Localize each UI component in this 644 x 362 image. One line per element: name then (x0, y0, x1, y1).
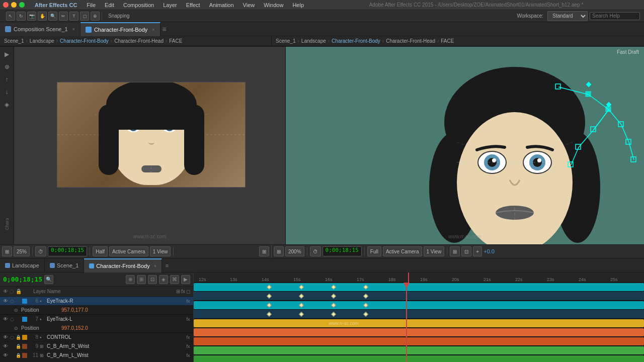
tl-search-btn[interactable]: 🔍 (44, 275, 53, 284)
kf-6-pos-1[interactable] (267, 294, 272, 299)
kf-6-pos-2[interactable] (299, 294, 304, 299)
layer-row-7[interactable]: 👁 ◌ 7 ▪ EyeTrack-L fx (0, 315, 193, 324)
panel-add-button[interactable]: ≡ (160, 25, 169, 33)
vc-left-view[interactable]: Active Camera (109, 246, 148, 256)
pen-tool[interactable]: ✏ (59, 12, 68, 21)
vc-left-fps[interactable]: ⏱ (35, 246, 46, 256)
layer-7-icon-fx[interactable]: fx (185, 316, 191, 322)
bc-right-4[interactable]: FACE (441, 38, 454, 44)
kf-7-pos-1[interactable] (267, 312, 272, 317)
text-tool[interactable]: T (69, 12, 78, 21)
layer-6-pos-stopwatch[interactable]: ⊙ (14, 308, 21, 313)
pan-tool[interactable]: ✋ (38, 12, 47, 21)
vc-left-icon[interactable]: ⊞ (2, 246, 12, 256)
layer-row-11[interactable]: 👁 🔒 11 ⊞ C_B_Arm_L_Wrist fx (0, 351, 193, 360)
layer-8-solo[interactable]: ◌ (9, 334, 15, 340)
playhead-scrub[interactable] (406, 273, 411, 283)
tl-btn-2[interactable]: ⊞ (137, 275, 146, 284)
panel-close-landscape[interactable]: × (72, 27, 75, 32)
puppet-tool[interactable]: ⊕ (91, 12, 100, 21)
vc-right-offset[interactable]: + (473, 246, 482, 256)
kf-6-pos-3[interactable] (331, 294, 336, 299)
shape-tool[interactable]: ◻ (80, 12, 89, 21)
kf-6-pos-4[interactable] (363, 294, 368, 299)
layer-8-lock[interactable]: 🔒 (15, 334, 21, 340)
tl-btn-3[interactable]: ⊡ (148, 275, 157, 284)
menu-help[interactable]: Help (291, 2, 305, 8)
kf-7-pos-3[interactable] (331, 312, 336, 317)
layer-row-6[interactable]: 👁 ◌ 6 ▪ EyeTrack-R fx (0, 297, 193, 306)
layer-6-pos-val[interactable]: 957.0,177.0 (61, 307, 88, 313)
tl-tab-active[interactable]: Character-Front-Body × (84, 258, 162, 273)
rotation-tool[interactable]: ↻ (17, 12, 26, 21)
vc-right-icon[interactable]: ⊞ (274, 246, 284, 256)
tl-timecode[interactable]: 0;00;18;15 (3, 276, 42, 283)
tl-btn-4[interactable]: ◈ (159, 275, 168, 284)
bc-right-3[interactable]: Character-Front-Head (386, 38, 435, 44)
layer-9-lock[interactable]: 🔒 (15, 343, 21, 349)
kf-7-pos-2[interactable] (299, 312, 304, 317)
bc-right-2[interactable]: Character-Front-Body (332, 38, 380, 44)
vc-left-zoom[interactable]: 25% (14, 246, 30, 256)
workspace-select[interactable]: Standard (547, 11, 588, 21)
layer-11-lock[interactable]: 🔒 (15, 352, 21, 358)
layer-9-solo[interactable] (9, 343, 15, 349)
zoom-tool[interactable]: 🔍 (48, 12, 57, 21)
layer-7-position-row[interactable]: ⊙ Position 997.0,152.0 (0, 324, 193, 333)
layer-7-pos-val[interactable]: 997.0,152.0 (61, 325, 88, 331)
tl-tab-add[interactable]: ≡ (162, 262, 172, 268)
tl-tab-landscape[interactable]: Landscape (0, 258, 45, 273)
vc-left-grid[interactable]: ⊞ (259, 246, 269, 256)
menu-window[interactable]: Window (262, 2, 285, 8)
layer-11-solo[interactable] (9, 352, 15, 358)
layer-row-12[interactable]: 👁 🔒 12 ⊞ C_B_Leg_R_Ankle fx (0, 360, 193, 362)
layer-7-pos-stopwatch[interactable]: ⊙ (14, 326, 21, 331)
menu-composition[interactable]: Composition (122, 2, 155, 8)
vc-right-count[interactable]: 1 View (424, 246, 445, 256)
layer-6-lock[interactable] (15, 298, 21, 304)
layer-7-lock[interactable] (15, 316, 21, 322)
vc-right-expand[interactable]: ⊡ (461, 246, 471, 256)
viewer-canvas-left[interactable]: www.rr-sc.com (14, 47, 285, 244)
minimize-button[interactable] (11, 2, 17, 8)
vc-right-view[interactable]: Active Camera (383, 246, 422, 256)
menu-animation[interactable]: Animation (208, 2, 235, 8)
layer-8-vis[interactable]: 👁 (2, 334, 9, 341)
layer-11-icon-fx[interactable]: fx (185, 352, 191, 358)
bc-left-4[interactable]: FACE (169, 38, 182, 44)
sidebar-tool-3[interactable]: ↑ (2, 74, 13, 85)
vc-right-timecode[interactable]: 0;00;18;15 (323, 246, 362, 256)
maximize-button[interactable] (19, 2, 25, 8)
layer-9-icon-fx[interactable]: fx (185, 343, 191, 349)
timeline-keyframes[interactable]: 12s 13s 14s 15s 16s 17s 18s 19s 20s 21s … (194, 273, 644, 362)
menu-file[interactable]: File (85, 2, 97, 8)
sidebar-tool-5[interactable]: ◈ (2, 99, 13, 110)
bc-left-3[interactable]: Character-Front-Head (114, 38, 164, 44)
layer-6-icon-fx[interactable]: fx (185, 298, 191, 304)
bc-left-0[interactable]: Scene_1 (4, 38, 24, 44)
layer-row-9[interactable]: 👁 🔒 9 ⊞ C_B_Arm_R_Wrist fx (0, 342, 193, 351)
menu-layer[interactable]: Layer (162, 2, 179, 8)
layer-11-vis[interactable]: 👁 (2, 352, 9, 359)
bc-left-2[interactable]: Character-Front-Body (60, 38, 109, 44)
menu-edit[interactable]: Edit (103, 2, 116, 8)
tl-tab-scene1[interactable]: Scene_1 (45, 258, 84, 273)
tl-btn-5[interactable]: ⌘ (170, 275, 179, 284)
layer-6-position-row[interactable]: ⊙ Position 957.0,177.0 (0, 306, 193, 315)
selection-tool[interactable]: ↖ (6, 12, 15, 21)
vc-right-fps[interactable]: ⏱ (310, 246, 321, 256)
panel-tab-active[interactable]: Character-Front-Body × (80, 22, 160, 36)
tl-btn-6[interactable]: ▶ (181, 275, 190, 284)
layer-8-icon-fx[interactable]: fx (185, 334, 191, 340)
layer-9-vis[interactable]: 👁 (2, 343, 9, 350)
vc-left-count[interactable]: 1 View (150, 246, 171, 256)
vc-left-timecode[interactable]: 0;00;18;15 (48, 246, 87, 256)
vc-right-zoom[interactable]: 200% (285, 246, 304, 256)
camera-tool[interactable]: 📷 (27, 12, 36, 21)
layer-6-solo[interactable]: ◌ (9, 298, 15, 304)
vc-right-quality[interactable]: Full (367, 246, 381, 256)
bc-right-1[interactable]: Landscape (301, 38, 326, 44)
kf-7-pos-4[interactable] (363, 312, 368, 317)
search-input[interactable] (590, 12, 640, 20)
vc-left-quality[interactable]: Half (93, 246, 108, 256)
